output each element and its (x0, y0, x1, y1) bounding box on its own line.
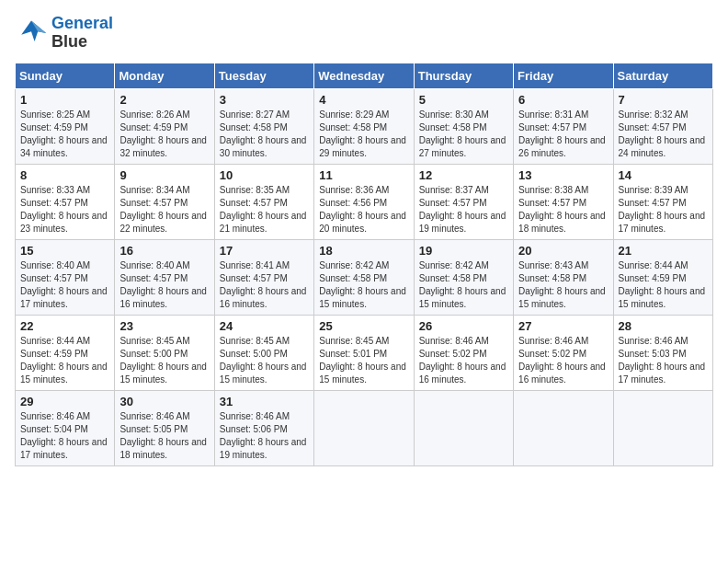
calendar-cell: 11Sunrise: 8:36 AMSunset: 4:56 PMDayligh… (314, 164, 414, 239)
calendar-cell: 14Sunrise: 8:39 AMSunset: 4:57 PMDayligh… (613, 164, 712, 239)
day-number: 28 (619, 319, 708, 333)
calendar-cell: 18Sunrise: 8:42 AMSunset: 4:58 PMDayligh… (314, 239, 414, 315)
day-info: Sunrise: 8:37 AMSunset: 4:57 PMDaylight:… (419, 184, 508, 236)
day-info: Sunrise: 8:46 AMSunset: 5:05 PMDaylight:… (119, 410, 209, 462)
day-info: Sunrise: 8:45 AMSunset: 5:00 PMDaylight:… (119, 335, 209, 386)
day-info: Sunrise: 8:40 AMSunset: 4:57 PMDaylight:… (20, 259, 109, 311)
calendar-cell: 20Sunrise: 8:43 AMSunset: 4:58 PMDayligh… (514, 239, 613, 315)
calendar-table: SundayMondayTuesdayWednesdayThursdayFrid… (15, 63, 713, 466)
day-number: 3 (220, 93, 309, 107)
calendar-cell: 4Sunrise: 8:29 AMSunset: 4:58 PMDaylight… (314, 88, 414, 164)
day-info: Sunrise: 8:46 AMSunset: 5:02 PMDaylight:… (518, 335, 608, 386)
weekday-header: Monday (115, 63, 214, 88)
day-number: 30 (119, 395, 209, 408)
logo: GeneralBlue (15, 15, 113, 52)
day-info: Sunrise: 8:41 AMSunset: 4:57 PMDaylight:… (220, 259, 309, 311)
calendar-cell: 29Sunrise: 8:46 AMSunset: 5:04 PMDayligh… (16, 390, 115, 465)
day-info: Sunrise: 8:42 AMSunset: 4:58 PMDaylight:… (319, 259, 408, 311)
calendar-cell: 10Sunrise: 8:35 AMSunset: 4:57 PMDayligh… (214, 164, 313, 239)
day-number: 13 (518, 168, 608, 182)
day-number: 27 (518, 319, 608, 333)
calendar-week-row: 1Sunrise: 8:25 AMSunset: 4:59 PMDaylight… (16, 88, 713, 164)
day-info: Sunrise: 8:27 AMSunset: 4:58 PMDaylight:… (220, 109, 309, 160)
calendar-cell: 23Sunrise: 8:45 AMSunset: 5:00 PMDayligh… (115, 315, 214, 390)
day-info: Sunrise: 8:34 AMSunset: 4:57 PMDaylight:… (119, 184, 209, 236)
calendar-cell: 12Sunrise: 8:37 AMSunset: 4:57 PMDayligh… (414, 164, 513, 239)
day-info: Sunrise: 8:46 AMSunset: 5:03 PMDaylight:… (619, 335, 708, 386)
day-info: Sunrise: 8:46 AMSunset: 5:06 PMDaylight:… (220, 410, 309, 462)
day-info: Sunrise: 8:39 AMSunset: 4:57 PMDaylight:… (619, 184, 708, 236)
day-number: 2 (119, 93, 209, 107)
calendar-cell: 3Sunrise: 8:27 AMSunset: 4:58 PMDaylight… (214, 88, 313, 164)
day-number: 17 (220, 244, 309, 258)
calendar-cell: 5Sunrise: 8:30 AMSunset: 4:58 PMDaylight… (414, 88, 513, 164)
calendar-cell: 22Sunrise: 8:44 AMSunset: 4:59 PMDayligh… (16, 315, 115, 390)
weekday-header: Sunday (16, 63, 115, 88)
calendar-cell: 19Sunrise: 8:42 AMSunset: 4:58 PMDayligh… (414, 239, 513, 315)
day-info: Sunrise: 8:31 AMSunset: 4:57 PMDaylight:… (518, 109, 608, 160)
logo-icon (15, 17, 48, 50)
calendar-cell: 13Sunrise: 8:38 AMSunset: 4:57 PMDayligh… (514, 164, 613, 239)
day-info: Sunrise: 8:46 AMSunset: 5:04 PMDaylight:… (20, 410, 109, 462)
day-info: Sunrise: 8:44 AMSunset: 4:59 PMDaylight:… (619, 259, 708, 311)
calendar-cell: 30Sunrise: 8:46 AMSunset: 5:05 PMDayligh… (115, 390, 214, 465)
day-info: Sunrise: 8:45 AMSunset: 5:01 PMDaylight:… (319, 335, 408, 386)
calendar-cell (314, 390, 414, 465)
day-info: Sunrise: 8:30 AMSunset: 4:58 PMDaylight:… (419, 109, 508, 160)
day-info: Sunrise: 8:32 AMSunset: 4:57 PMDaylight:… (619, 109, 708, 160)
day-number: 31 (220, 395, 309, 408)
day-number: 16 (119, 244, 209, 258)
calendar-cell: 28Sunrise: 8:46 AMSunset: 5:03 PMDayligh… (613, 315, 712, 390)
calendar-cell: 31Sunrise: 8:46 AMSunset: 5:06 PMDayligh… (214, 390, 313, 465)
calendar-cell: 27Sunrise: 8:46 AMSunset: 5:02 PMDayligh… (514, 315, 613, 390)
calendar-cell: 25Sunrise: 8:45 AMSunset: 5:01 PMDayligh… (314, 315, 414, 390)
day-number: 22 (20, 319, 109, 333)
day-number: 29 (20, 395, 109, 408)
day-number: 14 (619, 168, 708, 182)
calendar-cell: 9Sunrise: 8:34 AMSunset: 4:57 PMDaylight… (115, 164, 214, 239)
day-number: 5 (419, 93, 508, 107)
day-info: Sunrise: 8:38 AMSunset: 4:57 PMDaylight:… (518, 184, 608, 236)
day-number: 10 (220, 168, 309, 182)
day-number: 24 (220, 319, 309, 333)
calendar-header-row: SundayMondayTuesdayWednesdayThursdayFrid… (16, 63, 713, 88)
weekday-header: Friday (514, 63, 613, 88)
day-number: 19 (419, 244, 508, 258)
calendar-cell: 21Sunrise: 8:44 AMSunset: 4:59 PMDayligh… (613, 239, 712, 315)
day-number: 9 (119, 168, 209, 182)
day-number: 1 (20, 93, 109, 107)
calendar-cell: 17Sunrise: 8:41 AMSunset: 4:57 PMDayligh… (214, 239, 313, 315)
day-info: Sunrise: 8:26 AMSunset: 4:59 PMDaylight:… (119, 109, 209, 160)
day-number: 23 (119, 319, 209, 333)
day-number: 25 (319, 319, 408, 333)
logo-text: GeneralBlue (51, 15, 113, 52)
day-number: 8 (20, 168, 109, 182)
day-number: 6 (518, 93, 608, 107)
day-info: Sunrise: 8:45 AMSunset: 5:00 PMDaylight:… (220, 335, 309, 386)
day-info: Sunrise: 8:25 AMSunset: 4:59 PMDaylight:… (20, 109, 109, 160)
day-number: 7 (619, 93, 708, 107)
day-number: 26 (419, 319, 508, 333)
calendar-cell (514, 390, 613, 465)
calendar-week-row: 22Sunrise: 8:44 AMSunset: 4:59 PMDayligh… (16, 315, 713, 390)
calendar-cell: 8Sunrise: 8:33 AMSunset: 4:57 PMDaylight… (16, 164, 115, 239)
day-info: Sunrise: 8:40 AMSunset: 4:57 PMDaylight:… (119, 259, 209, 311)
calendar-cell: 7Sunrise: 8:32 AMSunset: 4:57 PMDaylight… (613, 88, 712, 164)
day-number: 18 (319, 244, 408, 258)
calendar-cell (613, 390, 712, 465)
day-info: Sunrise: 8:36 AMSunset: 4:56 PMDaylight:… (319, 184, 408, 236)
calendar-cell: 1Sunrise: 8:25 AMSunset: 4:59 PMDaylight… (16, 88, 115, 164)
calendar-cell: 26Sunrise: 8:46 AMSunset: 5:02 PMDayligh… (414, 315, 513, 390)
day-number: 12 (419, 168, 508, 182)
calendar-cell: 6Sunrise: 8:31 AMSunset: 4:57 PMDaylight… (514, 88, 613, 164)
day-number: 15 (20, 244, 109, 258)
calendar-week-row: 8Sunrise: 8:33 AMSunset: 4:57 PMDaylight… (16, 164, 713, 239)
weekday-header: Saturday (613, 63, 712, 88)
day-number: 4 (319, 93, 408, 107)
calendar-cell: 15Sunrise: 8:40 AMSunset: 4:57 PMDayligh… (16, 239, 115, 315)
weekday-header: Wednesday (314, 63, 414, 88)
day-info: Sunrise: 8:46 AMSunset: 5:02 PMDaylight:… (419, 335, 508, 386)
day-info: Sunrise: 8:35 AMSunset: 4:57 PMDaylight:… (220, 184, 309, 236)
day-number: 20 (518, 244, 608, 258)
day-number: 21 (619, 244, 708, 258)
